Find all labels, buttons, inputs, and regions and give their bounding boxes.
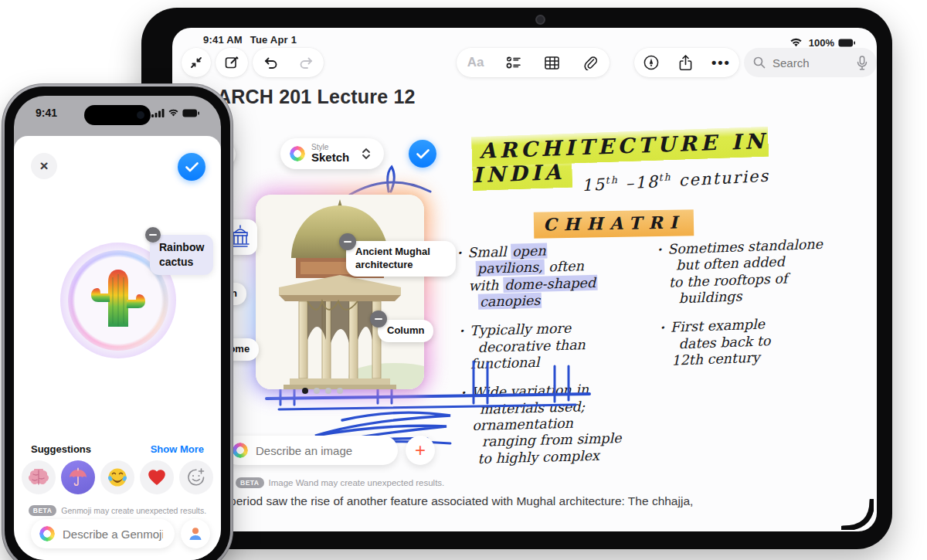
handwritten-segment: 12th century [671,350,760,368]
style-picker[interactable]: Style Sketch [280,138,384,169]
genmoji-close-button[interactable]: × [31,153,57,179]
handwritten-segment: –18 [618,172,659,193]
mic-icon[interactable] [857,54,868,71]
page-dot[interactable] [325,388,331,394]
suggestions-label: Suggestions [31,443,91,455]
dynamic-island [84,105,151,125]
search-input[interactable] [771,56,851,70]
show-more-link[interactable]: Show More [151,443,204,455]
handwritten-bullet: ·Sometimes standalonebut often addedto t… [657,234,877,308]
describe-genmoji-input[interactable] [61,527,165,541]
search-icon [753,54,766,71]
suggestion-laughing[interactable] [100,460,134,494]
suggestion-heart[interactable] [140,460,174,494]
table-icon[interactable] [544,54,561,71]
markup-icon[interactable] [643,54,660,71]
person-icon [188,526,203,541]
suggestion-umbrella[interactable] [61,460,95,494]
genmoji-sheet: × [14,136,221,560]
new-emoji-icon [186,467,206,487]
checklist-icon[interactable] [505,54,522,71]
ipad-camera [535,15,545,25]
page-dot[interactable] [302,388,308,394]
ipad-time: 9:41 AM [203,34,243,46]
add-image-button[interactable]: + [406,436,435,465]
redo-icon[interactable] [297,54,314,71]
paperclip-icon[interactable] [582,54,599,71]
umbrella-emoji [68,467,88,487]
paragraph-line-1: s period saw the rise of another feature… [220,491,699,531]
emoji-suggestions [14,460,221,494]
describe-genmoji-field[interactable] [31,519,175,548]
beta-badge: BETA [29,505,57,516]
remove-tag-column-button[interactable] [370,311,387,328]
tag-column[interactable]: Column [378,320,433,342]
handwritten-segment: to the rooftops of [669,270,788,290]
check-icon [185,162,199,172]
ipad-status-left: 9:41 AMTue Apr 1 [203,34,297,46]
plus-icon: + [415,440,426,461]
collapse-icon [188,54,205,71]
describe-image-field[interactable] [223,436,398,465]
iphone-time: 9:41 [36,107,57,119]
format-toolbar-group: Aa [457,48,610,77]
share-icon[interactable] [677,54,694,71]
page-dot[interactable] [337,388,343,394]
imagewand-beta-note: BETA Image Wand may create unexpected re… [236,477,444,488]
genmoji-beta-note: BETA Genmoji may create unexpected resul… [14,505,221,516]
suggestions-header: Suggestions Show More [14,443,221,455]
remove-genmoji-tag-button[interactable] [145,227,161,243]
undo-icon[interactable] [262,54,279,71]
corner-curl-icon[interactable] [841,499,874,530]
handwritten-line: 12th century [671,349,771,369]
image-playground-icon [233,443,248,458]
person-picker-button[interactable] [181,519,210,548]
page-dot[interactable] [314,388,320,394]
wifi-icon [168,109,179,117]
genmoji-accept-button[interactable] [178,153,205,181]
generated-image[interactable] [256,195,424,389]
ipad-screen: 9:41 AMTue Apr 1 100% [172,28,877,531]
remove-tag-ancient-button[interactable] [339,233,356,250]
genmoji-tag[interactable]: Rainbow cactus [150,235,213,275]
beta-text: Image Wand may create unexpected results… [269,478,445,487]
page-dots[interactable] [302,388,343,394]
text-format-button[interactable]: Aa [467,55,484,70]
handwritten-segment: th [658,171,672,183]
more-icon[interactable]: ••• [711,59,731,66]
suggestion-brain[interactable] [22,460,56,494]
collapse-toolbar-button[interactable] [182,48,211,77]
beta-text: Genmoji may create unexpected results. [61,506,206,515]
signal-icon [151,109,165,117]
genmoji-icon [39,526,55,541]
imagewand-accept-button[interactable] [409,140,436,168]
handwritten-segment: dates back to [678,333,770,351]
battery-percent: 100% [809,37,834,49]
bullet-dot: · [659,320,665,369]
ipad-device: 9:41 AMTue Apr 1 100% [141,8,892,549]
describe-image-input[interactable] [254,443,373,458]
ipad-date: Tue Apr 1 [250,34,297,46]
markup-toolbar-group: ••• [634,48,739,77]
rainbow-cactus-image [90,266,147,334]
heart-emoji [147,468,167,487]
style-value: Sketch [311,151,349,165]
laughing-emoji [107,467,127,487]
note-title: ARCH 201 Lecture 12 [217,86,416,108]
battery-icon [182,109,199,117]
undo-redo-group [253,48,324,77]
tag-ancient-mughal[interactable]: Ancient Mughal architecture [346,241,456,277]
search-field[interactable] [744,48,877,77]
handwritten-column-right: ·Sometimes standalonebut often addedto t… [657,234,877,382]
handwritten-segment: buildings [678,289,742,307]
chevron-up-down-icon [358,145,375,162]
handwritten-bullet: ·First exampledates back to12th century [659,312,877,369]
beta-badge: BETA [236,477,264,488]
compose-icon [223,54,240,71]
handwritten-segment: First example [671,317,766,335]
iphone-device: 9:41 × [5,87,230,560]
new-emoji-button[interactable] [179,460,213,494]
image-playground-icon [290,146,305,161]
brain-emoji [29,469,49,486]
compose-button[interactable] [216,48,248,77]
